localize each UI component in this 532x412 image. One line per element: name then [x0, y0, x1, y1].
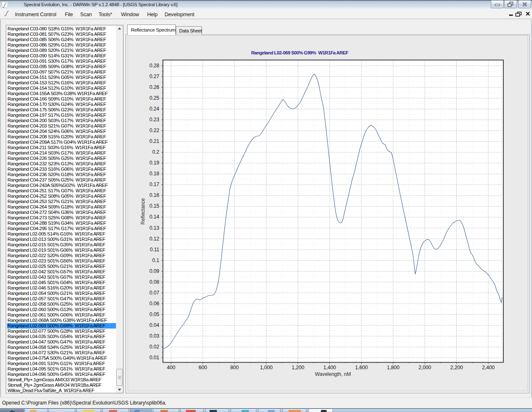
- svg-text:0.01: 0.01: [149, 355, 159, 360]
- svg-text:400: 400: [167, 365, 175, 370]
- svg-text:600: 600: [199, 365, 207, 370]
- svg-text:2,000: 2,000: [419, 365, 431, 370]
- svg-text:0.15: 0.15: [149, 203, 159, 209]
- svg-text:0.11: 0.11: [150, 247, 159, 253]
- svg-text:0.26: 0.26: [149, 84, 159, 90]
- svg-text:1,800: 1,800: [387, 365, 400, 370]
- svg-text:0.27: 0.27: [149, 74, 159, 79]
- svg-text:0.05: 0.05: [149, 311, 159, 317]
- svg-text:0.25: 0.25: [149, 95, 159, 101]
- svg-text:Reflectance: Reflectance: [140, 198, 146, 225]
- svg-text:1,000: 1,000: [260, 365, 273, 370]
- svg-text:0.02: 0.02: [149, 344, 159, 350]
- svg-text:0.13: 0.13: [149, 225, 159, 231]
- svg-text:0.04: 0.04: [149, 322, 159, 328]
- svg-text:0.28: 0.28: [149, 63, 159, 69]
- svg-text:1,400: 1,400: [323, 365, 336, 370]
- svg-text:Wavelength, nM: Wavelength, nM: [315, 371, 351, 377]
- svg-text:0.23: 0.23: [149, 117, 159, 123]
- svg-text:0.08: 0.08: [149, 279, 159, 285]
- svg-text:0.1: 0.1: [152, 258, 159, 263]
- svg-text:0.07: 0.07: [149, 290, 159, 296]
- svg-text:0.12: 0.12: [149, 236, 159, 242]
- svg-text:1,200: 1,200: [292, 365, 305, 370]
- svg-text:0.09: 0.09: [149, 268, 159, 274]
- svg-text:0.2: 0.2: [152, 149, 159, 155]
- svg-text:0.21: 0.21: [149, 138, 159, 144]
- svg-text:0.22: 0.22: [149, 128, 159, 133]
- svg-text:2,200: 2,200: [450, 365, 463, 370]
- svg-text:0.03: 0.03: [149, 333, 159, 339]
- svg-text:0.14: 0.14: [149, 214, 159, 220]
- svg-text:0.16: 0.16: [149, 192, 159, 198]
- svg-text:2,400: 2,400: [482, 365, 495, 370]
- svg-text:800: 800: [230, 365, 239, 370]
- svg-text:0.18: 0.18: [149, 171, 159, 177]
- svg-text:0.17: 0.17: [149, 181, 159, 187]
- svg-text:0.06: 0.06: [149, 301, 159, 307]
- svg-text:Rangeland L02-069 S00% G99% W: Rangeland L02-069 S00% G99% W1R1Fa AREF: [251, 50, 348, 55]
- svg-text:1,600: 1,600: [355, 365, 368, 370]
- svg-text:0.24: 0.24: [149, 106, 159, 112]
- svg-text:0.19: 0.19: [149, 160, 159, 166]
